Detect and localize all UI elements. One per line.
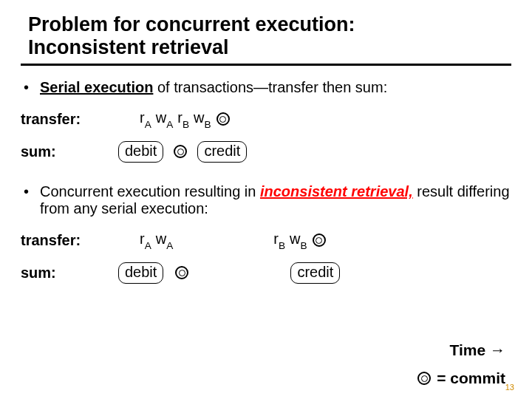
op-rA: r: [140, 109, 145, 126]
debit-box-2: debit: [118, 262, 163, 284]
op-wA: w: [156, 109, 166, 126]
seq-transfer-concurrent: rA wA rB wB: [117, 231, 329, 250]
op-rA2: r: [140, 231, 145, 247]
op-wA-sub: A: [166, 119, 173, 130]
bullet2-a: Concurrent execution resulting in: [40, 183, 260, 200]
bullet1-rest: of transactions—transfer then sum:: [153, 79, 387, 95]
right-arrow-icon: →: [490, 341, 505, 358]
page-number: 13: [505, 383, 514, 392]
title-line-1: Problem for concurrent execution:: [28, 13, 511, 36]
op-wB: w: [194, 109, 204, 126]
commit-icon: [174, 145, 187, 158]
label-transfer-2: transfer:: [21, 232, 117, 249]
title-underline: [21, 64, 511, 66]
time-arrow: Time →: [450, 341, 505, 359]
op-rA2-sub: A: [145, 240, 151, 251]
credit-box-2: credit: [290, 262, 340, 284]
commit-eq: = commit: [437, 369, 505, 387]
commit-icon: [417, 372, 431, 385]
label-sum-2: sum:: [21, 265, 117, 282]
debit-box: debit: [118, 141, 163, 163]
op-wB2-sub: B: [300, 240, 307, 251]
op-rB2-sub: B: [279, 240, 285, 251]
op-wA2-sub: A: [166, 240, 173, 251]
commit-icon: [216, 112, 230, 126]
op-wA2: w: [156, 231, 166, 247]
op-rB: r: [177, 109, 183, 126]
time-label: Time: [450, 341, 490, 358]
seq-transfer-serial: rA wA rB wB: [117, 109, 233, 129]
op-rA-sub: A: [145, 119, 151, 130]
bullet-dot: •: [21, 183, 40, 217]
commit-legend: = commit: [415, 369, 505, 387]
op-rB2: r: [273, 231, 279, 247]
title-line-2: Inconsistent retrieval: [28, 36, 511, 59]
serial-execution-label: Serial execution: [40, 79, 153, 95]
bullet-dot: •: [21, 79, 40, 96]
op-wB-sub: B: [204, 119, 211, 130]
bullet-concurrent: • Concurrent execution resulting in inco…: [21, 183, 511, 217]
seq-sum-serial: debit credit: [117, 141, 248, 163]
credit-box: credit: [197, 141, 247, 163]
inconsistent-retrieval: inconsistent retrieval,: [260, 183, 413, 200]
bullet-serial: • Serial execution of transactions—trans…: [21, 79, 511, 96]
commit-icon: [175, 266, 188, 279]
op-wB2: w: [290, 231, 300, 247]
label-transfer-1: transfer:: [21, 111, 117, 128]
commit-icon: [313, 233, 326, 247]
seq-sum-concurrent: debit credit: [117, 262, 341, 284]
op-rB-sub: B: [183, 119, 189, 130]
label-sum-1: sum:: [21, 143, 117, 160]
